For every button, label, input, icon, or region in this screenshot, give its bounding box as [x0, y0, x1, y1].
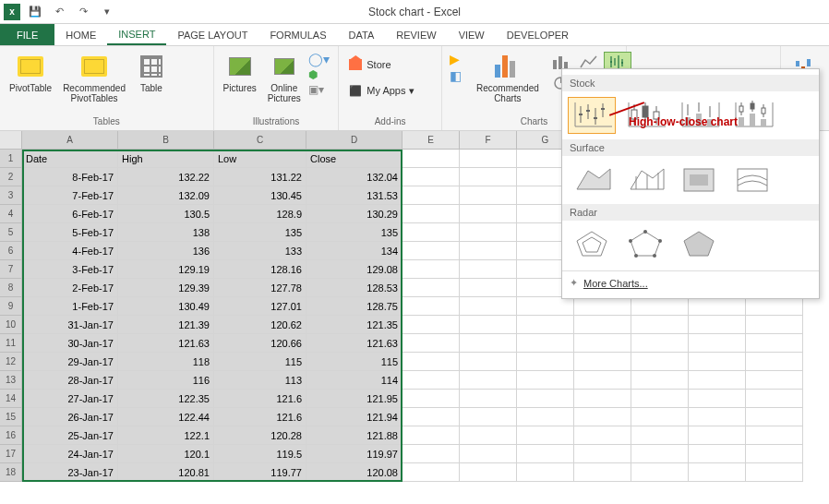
cell[interactable] [689, 316, 746, 334]
row-header[interactable]: 14 [0, 390, 22, 408]
tab-home[interactable]: HOME [54, 24, 107, 45]
cell[interactable]: 128.53 [306, 279, 402, 297]
row-header[interactable]: 8 [0, 279, 22, 297]
cell[interactable] [574, 463, 631, 482]
online-pictures-button[interactable]: Online Pictures [264, 50, 305, 105]
tab-insert[interactable]: INSERT [107, 24, 166, 45]
pictures-button[interactable]: Pictures [220, 50, 260, 95]
cell[interactable] [689, 297, 746, 316]
cell[interactable] [402, 353, 460, 371]
cell[interactable]: 132.09 [118, 186, 214, 205]
row-header[interactable]: 3 [0, 186, 22, 205]
cell[interactable]: 2-Feb-17 [22, 279, 118, 297]
cell[interactable] [689, 463, 746, 482]
cell[interactable] [460, 297, 517, 316]
cell[interactable] [402, 445, 460, 463]
cell[interactable] [402, 242, 460, 260]
cell[interactable] [460, 445, 517, 463]
cell[interactable]: 113 [214, 371, 306, 390]
cell[interactable] [460, 205, 517, 223]
cell[interactable]: 130.49 [118, 297, 214, 316]
cell[interactable] [402, 150, 460, 168]
cell[interactable]: 130.45 [214, 186, 306, 205]
cell[interactable] [574, 445, 631, 463]
cell[interactable]: 135 [214, 223, 306, 242]
tab-developer[interactable]: DEVELOPER [496, 24, 580, 45]
cell[interactable] [402, 316, 460, 334]
recommended-pivottables-button[interactable]: Recommended PivotTables [59, 50, 129, 105]
cell[interactable] [460, 463, 517, 482]
cell[interactable] [460, 168, 517, 186]
cell[interactable] [460, 334, 517, 353]
cell[interactable] [402, 223, 460, 242]
cell[interactable]: 114 [306, 371, 402, 390]
surface-3d-chart[interactable] [568, 162, 616, 198]
cell[interactable] [574, 334, 631, 353]
cell[interactable] [460, 426, 517, 445]
cell[interactable]: 119.5 [214, 445, 306, 463]
cell[interactable]: 135 [306, 223, 402, 242]
cell[interactable] [402, 390, 460, 408]
cell[interactable]: 127.01 [214, 297, 306, 316]
col-header-E[interactable]: E [402, 131, 460, 150]
high-low-close-chart[interactable] [568, 97, 616, 134]
cell[interactable]: 122.44 [118, 408, 214, 426]
cell[interactable]: 128.9 [214, 205, 306, 223]
cell[interactable] [460, 408, 517, 426]
cell[interactable]: 4-Feb-17 [22, 242, 118, 260]
people-graph-icon[interactable]: ◧ [450, 68, 462, 83]
table-button[interactable]: Table [133, 50, 170, 95]
row-header[interactable]: 10 [0, 316, 22, 334]
cell[interactable]: 121.95 [306, 390, 402, 408]
cell[interactable]: 121.39 [118, 316, 214, 334]
cell[interactable] [402, 408, 460, 426]
cell[interactable] [517, 445, 574, 463]
cell[interactable] [746, 353, 803, 371]
cell[interactable]: 119.97 [306, 445, 402, 463]
cell[interactable]: 132.22 [118, 168, 214, 186]
row-header[interactable]: 13 [0, 371, 22, 390]
cell[interactable] [689, 445, 746, 463]
cell[interactable] [460, 390, 517, 408]
cell[interactable] [460, 150, 517, 168]
cell[interactable] [402, 297, 460, 316]
cell[interactable]: 29-Jan-17 [22, 353, 118, 371]
wireframe-contour-chart[interactable] [728, 162, 776, 198]
cell[interactable]: 129.08 [306, 260, 402, 279]
tab-file[interactable]: FILE [0, 24, 54, 45]
cell[interactable]: 6-Feb-17 [22, 205, 118, 223]
cell[interactable]: 130.5 [118, 205, 214, 223]
cell[interactable]: 128.75 [306, 297, 402, 316]
cell[interactable]: 120.81 [118, 463, 214, 482]
cell[interactable]: 121.6 [214, 390, 306, 408]
cell[interactable]: 26-Jan-17 [22, 408, 118, 426]
undo-icon[interactable]: ↶ [50, 3, 68, 21]
cell[interactable]: 131.22 [214, 168, 306, 186]
select-all-corner[interactable] [0, 131, 22, 150]
cell[interactable]: 120.28 [214, 426, 306, 445]
cell[interactable] [746, 316, 803, 334]
tab-formulas[interactable]: FORMULAS [258, 24, 337, 45]
cell[interactable]: 128.16 [214, 260, 306, 279]
row-header[interactable]: 5 [0, 223, 22, 242]
cell[interactable]: 120.08 [306, 463, 402, 482]
cell[interactable] [460, 316, 517, 334]
cell[interactable]: 115 [214, 353, 306, 371]
cell[interactable]: 118 [118, 353, 214, 371]
row-header[interactable]: 15 [0, 408, 22, 426]
wireframe-3d-chart[interactable] [621, 162, 669, 198]
cell[interactable]: 121.88 [306, 426, 402, 445]
cell[interactable]: 27-Jan-17 [22, 390, 118, 408]
cell[interactable] [517, 316, 574, 334]
cell[interactable]: 134 [306, 242, 402, 260]
cell[interactable]: 121.6 [214, 408, 306, 426]
cell[interactable]: 25-Jan-17 [22, 426, 118, 445]
cell[interactable]: Date [22, 150, 118, 168]
col-header-D[interactable]: D [306, 131, 402, 150]
cell[interactable]: 31-Jan-17 [22, 316, 118, 334]
cell[interactable] [402, 463, 460, 482]
row-header[interactable]: 1 [0, 150, 22, 168]
cell[interactable] [460, 242, 517, 260]
cell[interactable] [746, 334, 803, 353]
cell[interactable] [517, 408, 574, 426]
